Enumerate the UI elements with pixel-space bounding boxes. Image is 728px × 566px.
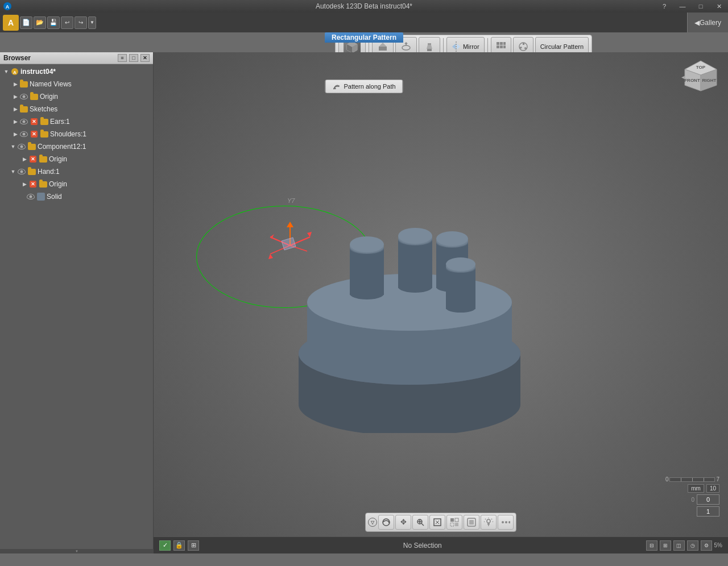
hand-folder-icon: [27, 167, 36, 176]
ruler-display: 0 7: [665, 476, 719, 482]
more-display-btn[interactable]: [498, 515, 514, 530]
redo-btn[interactable]: ↪: [75, 16, 87, 29]
svg-point-8: [402, 45, 410, 50]
origin-arrow[interactable]: [11, 93, 19, 101]
sketches-arrow[interactable]: [11, 105, 19, 113]
svg-rect-26: [334, 88, 336, 89]
viewport[interactable]: Y7: [154, 52, 728, 553]
ears-eye-icon: [19, 117, 28, 126]
dropdown-btn[interactable]: ▼: [88, 16, 96, 29]
svg-marker-7: [379, 43, 387, 47]
mirror-label: Mirror: [463, 43, 479, 50]
view-cube[interactable]: ◀ TOP FRONT RIGHT: [680, 58, 722, 101]
ears-arrow[interactable]: [11, 118, 19, 126]
tree-item-sketches[interactable]: Sketches: [0, 103, 153, 115]
browser-collapse-btn[interactable]: ≡: [118, 54, 127, 62]
tree-item-hand-origin[interactable]: ✕ Origin: [0, 178, 153, 190]
save-btn[interactable]: 💾: [47, 16, 60, 29]
root-icon: A: [10, 67, 19, 76]
comp12-origin-arrow[interactable]: [20, 155, 28, 163]
svg-rect-12: [428, 43, 431, 45]
close-btn[interactable]: ✕: [710, 0, 728, 13]
tree-item-shoulders[interactable]: ✕ Shoulders:1: [0, 128, 153, 140]
sketches-folder-icon: [19, 105, 28, 114]
tree-item-component12[interactable]: Component12:1: [0, 140, 153, 153]
display-mode-btn[interactable]: [464, 515, 479, 530]
view-mode-btn[interactable]: [446, 515, 462, 530]
hand-eye-icon: [17, 167, 26, 176]
maximize-btn[interactable]: □: [692, 0, 710, 13]
svg-marker-67: [282, 238, 296, 250]
ears-redx-icon: ✕: [30, 117, 39, 126]
tree-item-hand[interactable]: Hand:1: [0, 165, 153, 178]
app-menu-icon[interactable]: A: [3, 15, 19, 31]
origin-eye-icon: [19, 92, 28, 101]
hand-label: Hand:1: [38, 168, 153, 176]
tree-item-named-views[interactable]: Named Views: [0, 78, 153, 90]
minimize-btn[interactable]: —: [673, 0, 692, 13]
hand-arrow[interactable]: [9, 168, 17, 176]
root-label: instruct04*: [20, 68, 153, 76]
lighting-btn[interactable]: [481, 515, 497, 530]
svg-point-52: [436, 231, 468, 246]
comp12-arrow[interactable]: [9, 143, 17, 151]
hand-solid-body-icon: [36, 192, 46, 201]
quick-access-toolbar: A 📄 📂 💾 ↩ ↪ ▼ ◀ Gallery: [0, 13, 728, 32]
status-grid-icon[interactable]: ⊞: [188, 540, 199, 551]
named-views-icon: [19, 80, 28, 89]
svg-rect-18: [503, 42, 506, 45]
browser-panel: Browser ≡ □ ✕ A instruct04*: [0, 52, 154, 553]
open-btn[interactable]: 📂: [34, 16, 46, 29]
svg-rect-21: [503, 45, 506, 48]
help-btn[interactable]: ?: [655, 0, 673, 13]
status-icon4[interactable]: ◷: [687, 540, 698, 551]
hand-solid-label: Solid: [47, 193, 153, 201]
status-icon2[interactable]: ⊞: [660, 540, 671, 551]
tree-item-hand-solid[interactable]: Solid: [0, 190, 153, 203]
svg-point-99: [505, 521, 507, 523]
shoulders-redx-icon: ✕: [30, 130, 39, 139]
pattern-along-path-tooltip[interactable]: Pattern along Path: [325, 80, 403, 93]
status-icon1[interactable]: ⊟: [646, 540, 657, 551]
root-expand-arrow[interactable]: [2, 68, 10, 76]
comp12-folder-icon: [27, 142, 36, 151]
named-views-arrow[interactable]: [11, 80, 19, 88]
pattern-along-path-label: Pattern along Path: [344, 83, 395, 90]
status-right-icons: ⊟ ⊞ ◫ ◷ ⚙ 5%: [646, 540, 722, 551]
tree-item-origin[interactable]: Origin: [0, 90, 153, 103]
svg-rect-88: [469, 520, 474, 525]
tree-item-comp12-origin[interactable]: ✕ Origin: [0, 153, 153, 165]
undo-btn[interactable]: ↩: [61, 16, 73, 29]
tree-root-item[interactable]: A instruct04*: [0, 65, 153, 78]
svg-text:FRONT: FRONT: [684, 78, 700, 83]
status-zoom-label: 5%: [714, 542, 722, 548]
hand-origin-arrow[interactable]: [20, 180, 28, 188]
browser-close-btn[interactable]: ✕: [140, 54, 150, 62]
orbit-btn[interactable]: [378, 515, 394, 530]
browser-resize-handle[interactable]: [0, 549, 154, 553]
input-value-display[interactable]: 1: [697, 506, 719, 517]
tree-item-ears[interactable]: ✕ Ears:1: [0, 115, 153, 128]
sketches-label: Sketches: [30, 105, 153, 113]
status-icon5[interactable]: ⚙: [701, 540, 712, 551]
status-icon3[interactable]: ◫: [673, 540, 685, 551]
origin-folder-icon: [30, 92, 39, 101]
coord-input-area: 0 0: [691, 494, 719, 505]
shoulders-arrow[interactable]: [11, 130, 19, 138]
zoom-window-btn[interactable]: [412, 515, 428, 530]
svg-marker-14: [452, 44, 456, 49]
svg-rect-20: [500, 45, 503, 48]
svg-rect-16: [497, 42, 499, 45]
svg-point-57: [446, 257, 475, 271]
named-views-label: Named Views: [30, 80, 153, 88]
svg-rect-86: [455, 523, 458, 526]
svg-marker-15: [457, 44, 460, 49]
fit-all-btn[interactable]: [429, 515, 445, 530]
pan-btn[interactable]: ✥: [395, 515, 411, 530]
status-lock-icon[interactable]: 🔒: [173, 540, 185, 551]
new-btn[interactable]: 📄: [20, 16, 32, 29]
browser-expand-btn[interactable]: □: [129, 54, 138, 62]
status-check-icon[interactable]: ✓: [159, 540, 171, 551]
gallery-button[interactable]: ◀ Gallery: [687, 13, 728, 32]
ruler-bar: [669, 477, 715, 482]
